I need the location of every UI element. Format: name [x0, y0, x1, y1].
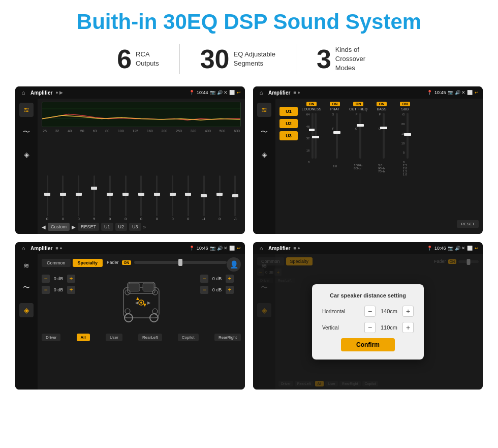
section-sub: ON SUB G20151050 2.5 — [394, 102, 416, 231]
distance-dialog: Car speaker distance setting Horizontal … — [312, 284, 424, 360]
eq-sliders-row: 0 0 0 5 — [42, 135, 241, 221]
vertical-minus-btn[interactable]: − — [364, 322, 376, 333]
speaker-icon-s3[interactable]: ◈ — [19, 303, 34, 317]
plus-btn-tl[interactable]: + — [67, 275, 75, 283]
fader-row: Fader ON — [107, 260, 227, 265]
copilot-btn-s3[interactable]: Copilot — [178, 334, 199, 341]
screen2-app-name: Amplifier — [268, 90, 290, 96]
reset-btn-s1[interactable]: RESET — [78, 223, 99, 231]
main-title: Buith-in 30EQ DSP Sound System — [15, 10, 483, 34]
dialog-row-horizontal: Horizontal − 140cm + — [322, 306, 414, 317]
db-row-bl: − 0 dB + — [42, 286, 82, 294]
screen1-status-bar: ⌂ Amplifier ● ▶ 📍 10:44 📷 🔊 ✕ ⬜ ↩ — [15, 86, 245, 99]
horizontal-plus-btn[interactable]: + — [402, 306, 414, 317]
stats-row: 6 RCA Outputs 30 EQ Adjustable Segments … — [15, 44, 483, 74]
u1-btn-s2[interactable]: U1 — [279, 107, 298, 116]
on-cutfreq[interactable]: ON — [353, 102, 364, 106]
custom-btn[interactable]: Custom — [48, 223, 70, 231]
eq-freq-labels: 25 32 40 50 63 80 100 125 160 200 250 32… — [42, 129, 241, 133]
vertical-stepper: − 110cm + — [364, 322, 414, 333]
svg-rect-6 — [129, 283, 140, 291]
dialog-title: Car speaker distance setting — [322, 292, 414, 298]
stat-item-crossover: 3 Kinds of Crossover Modes — [296, 45, 401, 73]
u-buttons-col: U1 U2 U3 — [279, 102, 298, 231]
plus-btn-bl[interactable]: + — [67, 286, 75, 294]
confirm-button[interactable]: Confirm — [341, 338, 395, 351]
minus-btn-br[interactable]: − — [200, 286, 208, 294]
on-bass[interactable]: ON — [377, 102, 387, 106]
u2-btn-s1[interactable]: U2 — [115, 223, 128, 231]
horizontal-minus-btn[interactable]: − — [364, 306, 376, 317]
driver-btn-s3[interactable]: Driver — [42, 334, 60, 341]
on-phat[interactable]: ON — [330, 102, 340, 106]
screen1-time: 10:44 — [197, 90, 208, 95]
on-loudness[interactable]: ON — [306, 102, 317, 106]
screen3-app-name: Amplifier — [30, 246, 52, 251]
eq-slider-8: 0 — [168, 175, 177, 221]
horizontal-value: 140cm — [378, 308, 400, 314]
crossover-sliders: ON LOUDNESS 644832160 — [301, 102, 454, 231]
tab-specialty-s3[interactable]: Specialty — [73, 259, 103, 267]
vertical-value: 110cm — [378, 324, 400, 331]
plus-btn-tr[interactable]: + — [226, 275, 234, 283]
rearright-btn-s3[interactable]: RearRight — [214, 334, 241, 341]
fader-slider[interactable] — [134, 261, 227, 264]
speaker-controls-left: − 0 dB + − 0 dB + — [42, 275, 82, 294]
user-btn-s3[interactable]: User — [106, 334, 122, 341]
eq-sliders-icon-s3[interactable]: ≋ — [19, 258, 34, 273]
u3-btn-s1[interactable]: U3 — [129, 223, 141, 231]
avatar-btn[interactable]: 👤 — [227, 257, 241, 272]
stat-number-eq: 30 — [200, 46, 230, 72]
svg-point-14 — [125, 309, 130, 314]
on-badge-fader[interactable]: ON — [122, 260, 132, 265]
screen2-body: ≋ 〜 ◈ U1 U2 U3 ON LOUDNESS — [253, 99, 483, 234]
wave-icon[interactable]: 〜 — [19, 125, 34, 139]
eq-slider-3: 5 — [89, 175, 99, 221]
left-sidebar-2: ≋ 〜 ◈ — [253, 99, 275, 234]
vertical-plus-btn[interactable]: + — [402, 322, 414, 333]
eq-slider-1: 0 — [58, 175, 68, 221]
wave-icon-s3[interactable]: 〜 — [19, 281, 34, 295]
eq-slider-5: 0 — [121, 175, 130, 221]
eq-sliders-icon[interactable]: ≋ — [19, 103, 34, 117]
speaker-tabs: Common Specialty — [42, 259, 103, 267]
plus-btn-br[interactable]: + — [226, 286, 234, 294]
tab-common-s3[interactable]: Common — [42, 259, 71, 267]
minus-btn-tr[interactable]: − — [200, 275, 208, 283]
rearleft-btn-s3[interactable]: RearLeft — [138, 334, 162, 341]
eq-slider-7: 0 — [152, 175, 162, 221]
reset-btn-s2[interactable]: RESET — [457, 220, 479, 228]
section-loudness: ON LOUDNESS 644832160 — [301, 102, 322, 231]
db-row-br: − 0 dB + — [200, 286, 241, 294]
eq-sliders-icon-s2[interactable]: ≋ — [257, 103, 271, 117]
all-btn-s3[interactable]: All — [77, 334, 90, 341]
home-icon-s2[interactable]: ⌂ — [257, 88, 265, 97]
speaker-icon[interactable]: ◈ — [19, 147, 34, 162]
screen2-time: 10:45 — [434, 90, 446, 95]
svg-text:▼: ▼ — [142, 302, 147, 308]
u1-btn-s1[interactable]: U1 — [101, 223, 113, 231]
stat-item-eq: 30 EQ Adjustable Segments — [180, 46, 296, 72]
page-wrapper: Buith-in 30EQ DSP Sound System 6 RCA Out… — [0, 0, 498, 448]
eq-slider-4: 0 — [105, 175, 114, 221]
eq-graph — [42, 102, 241, 127]
stat-desc-eq: EQ Adjustable Segments — [233, 50, 275, 68]
u3-btn-s2[interactable]: U3 — [279, 131, 298, 140]
eq-slider-6: 0 — [137, 175, 146, 221]
speaker-icon-s2[interactable]: ◈ — [257, 147, 271, 162]
db-row-tr: − 0 dB + — [200, 275, 241, 283]
home-icon[interactable]: ⌂ — [19, 88, 27, 97]
home-icon-s4[interactable]: ⌂ — [257, 244, 265, 252]
crossover-main: U1 U2 U3 ON LOUDNESS 644832160 — [275, 99, 483, 234]
left-sidebar-4: ≋ 〜 ◈ — [253, 254, 275, 390]
home-icon-s3[interactable]: ⌂ — [19, 244, 27, 252]
minus-btn-tl[interactable]: − — [42, 275, 50, 283]
minus-btn-bl[interactable]: − — [42, 286, 50, 294]
expand-icon[interactable]: » — [143, 224, 146, 230]
horizontal-stepper: − 140cm + — [364, 306, 414, 317]
on-sub[interactable]: ON — [400, 102, 411, 106]
screen1-app-name: Amplifier — [30, 90, 52, 96]
wave-icon-s2[interactable]: 〜 — [257, 125, 271, 139]
screen1-eq: ⌂ Amplifier ● ▶ 📍 10:44 📷 🔊 ✕ ⬜ ↩ ≋ 〜 ◈ — [15, 86, 245, 234]
u2-btn-s2[interactable]: U2 — [279, 119, 298, 128]
